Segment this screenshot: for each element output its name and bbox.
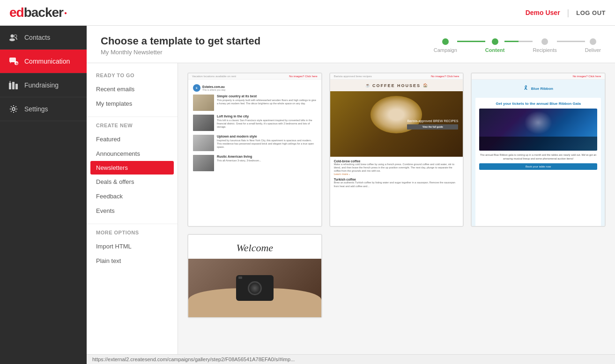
- logout-button[interactable]: LOG OUT: [576, 9, 606, 16]
- step-line-2: [504, 41, 533, 42]
- card-coffee-label: Barista approved brew recipes: [334, 75, 372, 78]
- step-label-content: Content: [485, 47, 505, 53]
- page-header: Choose a template to get started My Mont…: [87, 26, 615, 63]
- status-bar: https://external2.createsend.com/campaig…: [87, 354, 615, 364]
- nav-feedback[interactable]: Feedback: [87, 189, 178, 204]
- step-dot-content: [492, 38, 498, 45]
- contacts-label: Contacts: [24, 34, 50, 41]
- nav-featured[interactable]: Featured: [87, 132, 178, 146]
- top-navigation: edbacker ● Demo User | LOG OUT: [0, 0, 615, 26]
- estate-item-3: Uptown and modern style Inspired by luxu…: [193, 135, 317, 151]
- card-coffee-header: ☕ COFFEE HOUSES 🏠: [330, 80, 463, 91]
- step-label-campaign: Campaign: [434, 47, 457, 53]
- step-label-recipients: Recipients: [533, 47, 556, 53]
- communication-icon: ⚙: [8, 56, 19, 66]
- svg-rect-7: [12, 82, 15, 89]
- estate-img-1: [193, 95, 214, 111]
- nav-import-html[interactable]: Import HTML: [87, 239, 178, 254]
- divider-2: [87, 224, 178, 224]
- template-sidebar: READY TO GO Recent emails My templates C…: [87, 63, 178, 354]
- nav-announcements[interactable]: Announcements: [87, 146, 178, 161]
- sidebar: Contacts ⚙ Communication: [0, 26, 87, 364]
- card-welcome-content: Welcome: [188, 235, 321, 317]
- nav-newsletters[interactable]: Newsletters: [90, 161, 174, 175]
- svg-point-10: [12, 108, 15, 110]
- ribbon-lights: [524, 111, 552, 134]
- communication-label: Communication: [24, 58, 70, 65]
- step-dot-recipients: [541, 38, 548, 45]
- card-coffee-content: ☕ COFFEE HOUSES 🏠 Barista-approved BREW …: [330, 80, 463, 227]
- nav-plain-text[interactable]: Plain text: [87, 254, 178, 268]
- step-line-3: [557, 41, 585, 42]
- svg-rect-6: [9, 83, 11, 89]
- templates-grid: Vacation locations available on rent No …: [187, 73, 606, 318]
- step-dot-deliver: [590, 38, 596, 45]
- ribbon-title: Blue Ribbon: [531, 87, 553, 91]
- page-title-section: Choose a template to get started My Mont…: [101, 35, 260, 56]
- card-estate-label: Vacation locations available on rent: [192, 75, 236, 78]
- ribbon-crowd: [479, 137, 597, 151]
- logo-ed: ed: [9, 5, 24, 20]
- logo-backer: backer: [24, 5, 63, 20]
- status-url: https://external2.createsend.com/campaig…: [92, 357, 295, 362]
- card-ribbon-top-bar: No images? Click here: [472, 73, 605, 80]
- nav-right: Demo User | LOG OUT: [526, 8, 606, 18]
- camera-shape: [236, 275, 274, 301]
- card-estate-no-img[interactable]: No images? Click here: [289, 75, 317, 78]
- ribbon-headline: Get your tickets to the annual Blue Ribb…: [479, 102, 597, 106]
- nav-recent-emails[interactable]: Recent emails: [87, 82, 178, 96]
- progress-steps: Campaign Content Recipients Deliver: [434, 38, 601, 53]
- ribbon-desc: The annual Blue Ribbon gala is coming up…: [479, 153, 597, 160]
- more-options-title: MORE OPTIONS: [87, 230, 178, 239]
- card-coffee-no-img[interactable]: No images? Click here: [431, 75, 459, 78]
- template-card-estate[interactable]: Vacation locations available on rent No …: [187, 73, 322, 227]
- card-estate-content: E Estates.com.au This is where you stay …: [188, 80, 321, 227]
- sidebar-item-fundraising[interactable]: Fundraising: [0, 73, 87, 97]
- estate-img-2: [193, 115, 214, 131]
- sidebar-item-communication[interactable]: ⚙ Communication: [0, 50, 87, 73]
- svg-point-0: [11, 35, 14, 38]
- settings-icon: [8, 104, 19, 114]
- svg-point-1: [9, 38, 15, 41]
- nav-my-templates[interactable]: My templates: [87, 96, 178, 111]
- template-card-ribbon[interactable]: No images? Click here 🎗 Blue Ribbon Get …: [471, 73, 606, 227]
- settings-label: Settings: [24, 105, 48, 113]
- card-estate-logo: E: [193, 84, 200, 92]
- page-title: Choose a template to get started: [101, 35, 260, 47]
- app-logo[interactable]: edbacker ●: [9, 5, 67, 20]
- card-ribbon-content-wrap: 🎗 Blue Ribbon Get your tickets to the an…: [472, 80, 605, 227]
- nav-events[interactable]: Events: [87, 204, 178, 218]
- step-line-1: [457, 41, 485, 42]
- divider-1: [87, 116, 178, 117]
- template-layout: READY TO GO Recent emails My templates C…: [87, 63, 615, 354]
- welcome-img: [188, 259, 321, 317]
- nav-deals-offers[interactable]: Deals & offers: [87, 175, 178, 189]
- welcome-text: Welcome: [237, 235, 274, 259]
- card-ribbon-no-img[interactable]: No images? Click here: [573, 75, 601, 78]
- template-grid-area: Vacation locations available on rent No …: [178, 63, 615, 354]
- ribbon-img: [479, 109, 597, 151]
- ribbon-icon: 🎗: [523, 85, 529, 91]
- step-label-deliver: Deliver: [585, 47, 601, 53]
- template-card-welcome[interactable]: Welcome: [187, 234, 322, 318]
- estate-item-4: Rustic American living This all-American…: [193, 155, 317, 171]
- card-coffee-hero: Barista-approved BREW RECIPES View the f…: [330, 91, 463, 157]
- sidebar-item-settings[interactable]: Settings: [0, 97, 87, 121]
- step-dot-campaign: [442, 38, 449, 45]
- ribbon-btn[interactable]: Book your table now: [479, 163, 597, 170]
- estate-item-2: Loft living in the city This loft is a c…: [193, 115, 317, 131]
- main-layout: Contacts ⚙ Communication: [0, 26, 615, 364]
- camera-top: [238, 277, 242, 279]
- template-card-coffee[interactable]: Barista approved brew recipes No images?…: [329, 73, 464, 227]
- svg-point-2: [14, 35, 17, 37]
- svg-rect-8: [15, 84, 18, 89]
- estate-img-4: [193, 155, 214, 171]
- card-estate-top-bar: Vacation locations available on rent No …: [188, 73, 321, 80]
- sidebar-item-contacts[interactable]: Contacts: [0, 26, 87, 50]
- step-campaign: Campaign: [434, 38, 457, 53]
- demo-user-label: Demo User: [526, 9, 560, 16]
- fundraising-label: Fundraising: [24, 81, 59, 89]
- coffee-row-2: Turkish coffee Brew an authentic Turkish…: [334, 178, 459, 188]
- card-estate-site: Estates.com.au This is where you stay: [202, 85, 225, 91]
- estate-item-1: Simple country at its best This property…: [193, 95, 317, 111]
